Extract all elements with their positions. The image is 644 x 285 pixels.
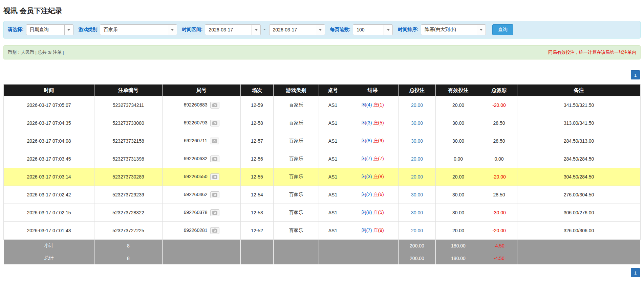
cell-total-bet: 30.00 bbox=[399, 204, 436, 222]
cell-bet-id: 523273732158 bbox=[94, 132, 163, 150]
column-header: 游戏类别 bbox=[274, 85, 319, 96]
video-camera-icon[interactable] bbox=[210, 191, 219, 198]
cell-session: 12-58 bbox=[241, 114, 274, 132]
cell-total-bet: 20.00 bbox=[399, 222, 436, 240]
cell-time: 2026-03-17 07:02:15 bbox=[4, 204, 94, 222]
cell-bet-id: 523273727225 bbox=[94, 222, 163, 240]
table-row: 2026-03-17 07:02:15 523273728322 6922603… bbox=[4, 204, 641, 222]
table-row: 2026-03-17 07:01:43 523273727225 6922602… bbox=[4, 222, 641, 240]
cell-round-no: 692260883 bbox=[163, 96, 241, 114]
column-header: 结果 bbox=[347, 85, 399, 96]
cell-time: 2026-03-17 07:01:43 bbox=[4, 222, 94, 240]
query-type-label: 请选择: bbox=[8, 27, 24, 33]
query-type-select[interactable]: 日期查询 bbox=[26, 24, 73, 35]
table-header-row: 时间注单编号局号场次游戏类别桌号结果总投注有效投注总派彩备注 bbox=[4, 85, 641, 96]
cell-table-no: AS1 bbox=[319, 114, 347, 132]
video-camera-icon[interactable] bbox=[210, 173, 219, 180]
cell-round-no: 692260550 bbox=[163, 168, 241, 186]
result-banker: 庄(5) bbox=[373, 210, 384, 215]
cell-payout: -20.00 bbox=[481, 96, 517, 114]
total-valid-bet: 180.00 bbox=[436, 252, 481, 265]
total-bet-link[interactable]: 20.00 bbox=[411, 228, 423, 233]
cell-session: 12-55 bbox=[241, 168, 274, 186]
cell-time: 2026-03-17 07:04:08 bbox=[4, 132, 94, 150]
date-from-select[interactable]: 2026-03-17 bbox=[205, 24, 261, 35]
subtotal-row: 小计 8 200.00 180.00 -4.50 bbox=[4, 240, 641, 252]
cell-session: 12-52 bbox=[241, 222, 274, 240]
total-bet-link[interactable]: 20.00 bbox=[411, 174, 423, 180]
game-type-select[interactable]: 百家乐 bbox=[100, 24, 177, 35]
cell-game-type: 百家乐 bbox=[274, 168, 319, 186]
search-button[interactable]: 查询 bbox=[492, 24, 513, 35]
time-range-label: 时间区间: bbox=[182, 27, 203, 33]
total-bet-link[interactable]: 30.00 bbox=[411, 192, 423, 197]
total-bet-link[interactable]: 30.00 bbox=[411, 138, 423, 144]
column-header: 局号 bbox=[163, 85, 241, 96]
cell-total-bet: 20.00 bbox=[399, 150, 436, 168]
date-to-select[interactable]: 2026-03-17 bbox=[269, 24, 325, 35]
page-size-select[interactable]: 100 bbox=[353, 24, 393, 35]
total-row: 总计 8 200.00 180.00 -4.50 bbox=[4, 252, 641, 265]
total-total-bet: 200.00 bbox=[399, 252, 436, 265]
cell-payout: -20.00 bbox=[481, 168, 517, 186]
total-bet-link[interactable]: 30.00 bbox=[411, 210, 423, 215]
video-camera-icon[interactable] bbox=[210, 209, 219, 216]
cell-session: 12-54 bbox=[241, 186, 274, 204]
cell-game-type: 百家乐 bbox=[274, 186, 319, 204]
video-camera-icon[interactable] bbox=[210, 156, 219, 162]
cell-valid-bet: 30.00 bbox=[436, 132, 481, 150]
cell-result: 闲(4)庄(1) bbox=[347, 96, 399, 114]
table-row: 2026-03-17 07:04:08 523273732158 6922607… bbox=[4, 132, 641, 150]
result-banker: 庄(9) bbox=[373, 228, 384, 233]
cell-remark: 313.00/341.50 bbox=[517, 114, 641, 132]
cell-bet-id: 523273731398 bbox=[94, 150, 163, 168]
range-separator: ~ bbox=[263, 27, 266, 32]
cell-remark: 276.00/304.50 bbox=[517, 186, 641, 204]
total-bet-link[interactable]: 30.00 bbox=[411, 120, 423, 126]
video-camera-icon[interactable] bbox=[210, 138, 219, 144]
filter-bar: 请选择: 日期查询 游戏类别 百家乐 时间区间: 2026-03-17 ~ 20… bbox=[3, 21, 641, 39]
cell-session: 12-57 bbox=[241, 132, 274, 150]
subtotal-payout: -4.50 bbox=[481, 240, 517, 252]
page-button-1[interactable]: 1 bbox=[631, 70, 640, 79]
cell-time: 2026-03-17 07:03:14 bbox=[4, 168, 94, 186]
cell-session: 12-59 bbox=[241, 96, 274, 114]
video-camera-icon[interactable] bbox=[210, 120, 219, 126]
column-header: 总投注 bbox=[399, 85, 436, 96]
video-camera-icon[interactable] bbox=[210, 102, 219, 109]
subtotal-valid-bet: 180.00 bbox=[436, 240, 481, 252]
cell-result: 闲(8)庄(5) bbox=[347, 204, 399, 222]
cell-time: 2026-03-17 07:03:45 bbox=[4, 150, 94, 168]
bet-records-table: 时间注单编号局号场次游戏类别桌号结果总投注有效投注总派彩备注 2026-03-1… bbox=[3, 84, 641, 265]
round-no-value: 692260793 bbox=[184, 120, 207, 125]
cell-table-no: AS1 bbox=[319, 150, 347, 168]
cell-game-type: 百家乐 bbox=[274, 114, 319, 132]
cell-round-no: 692260632 bbox=[163, 150, 241, 168]
result-player: 闲(7) bbox=[361, 156, 372, 161]
game-type-label: 游戏类别 bbox=[79, 27, 98, 33]
page-button-1[interactable]: 1 bbox=[631, 268, 640, 277]
cell-remark: 284.50/313.00 bbox=[517, 132, 641, 150]
cell-result: 闲(3)庄(5) bbox=[347, 114, 399, 132]
cell-payout: 0.00 bbox=[481, 150, 517, 168]
cell-game-type: 百家乐 bbox=[274, 204, 319, 222]
cell-bet-id: 523273730289 bbox=[94, 168, 163, 186]
column-header: 有效投注 bbox=[436, 85, 481, 96]
time-sort-select[interactable]: 降幂(由大到小) bbox=[421, 24, 486, 35]
notice-text: 同局有效投注，统一计算在该局第一张注单内 bbox=[548, 49, 636, 55]
subtotal-label: 小计 bbox=[4, 240, 94, 252]
cell-total-bet: 30.00 bbox=[399, 132, 436, 150]
total-label: 总计 bbox=[4, 252, 94, 265]
video-camera-icon[interactable] bbox=[210, 227, 219, 234]
cell-total-bet: 30.00 bbox=[399, 114, 436, 132]
total-bet-link[interactable]: 20.00 bbox=[411, 156, 423, 162]
date-from-value: 2026-03-17 bbox=[205, 25, 252, 35]
cell-remark: 326.00/306.00 bbox=[517, 222, 641, 240]
result-player: 闲(3) bbox=[361, 174, 372, 179]
cell-remark: 306.00/276.00 bbox=[517, 204, 641, 222]
total-payout: -4.50 bbox=[481, 252, 517, 265]
cell-result: 闲(7)庄(9) bbox=[347, 222, 399, 240]
cell-remark: 284.50/284.50 bbox=[517, 150, 641, 168]
cell-valid-bet: 20.00 bbox=[436, 168, 481, 186]
total-bet-link[interactable]: 20.00 bbox=[411, 102, 423, 108]
